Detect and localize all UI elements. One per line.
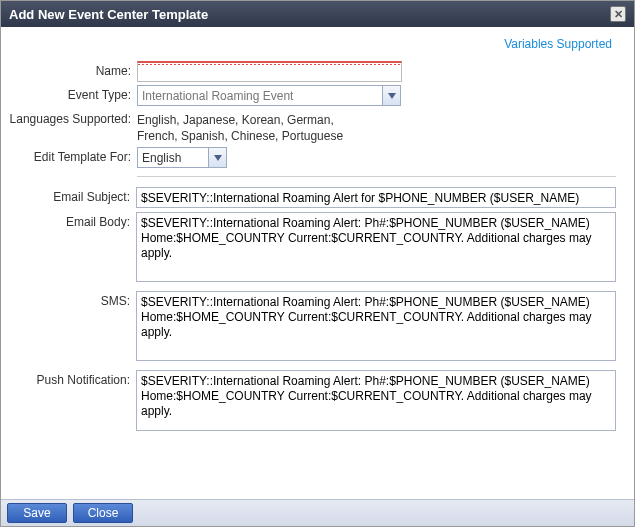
row-email-body: Email Body: xyxy=(5,212,616,285)
sms-textarea[interactable] xyxy=(136,291,616,361)
close-button[interactable]: Close xyxy=(73,503,133,523)
label-edit-template: Edit Template For: xyxy=(5,147,135,164)
svg-marker-0 xyxy=(388,93,396,99)
chevron-down-icon[interactable] xyxy=(382,86,400,105)
label-push: Push Notification: xyxy=(5,370,134,387)
edit-template-select[interactable] xyxy=(137,147,227,168)
email-subject-input[interactable] xyxy=(136,187,616,208)
save-button[interactable]: Save xyxy=(7,503,67,523)
label-sms: SMS: xyxy=(5,291,134,308)
edit-template-value[interactable] xyxy=(138,148,208,167)
push-textarea[interactable] xyxy=(136,370,616,431)
email-body-textarea[interactable] xyxy=(136,212,616,282)
languages-value: English, Japanese, Korean, German, Frenc… xyxy=(135,109,365,144)
svg-marker-1 xyxy=(214,155,222,161)
divider xyxy=(137,176,616,177)
name-input[interactable] xyxy=(137,61,402,82)
row-sms: SMS: xyxy=(5,291,616,364)
close-icon[interactable]: ✕ xyxy=(610,6,626,22)
titlebar: Add New Event Center Template ✕ xyxy=(1,1,634,27)
row-edit-template: Edit Template For: xyxy=(5,147,616,168)
event-type-value[interactable] xyxy=(138,86,382,105)
chevron-down-icon[interactable] xyxy=(208,148,226,167)
row-languages: Languages Supported: English, Japanese, … xyxy=(5,109,616,144)
row-push: Push Notification: xyxy=(5,370,616,434)
dialog-footer: Save Close xyxy=(1,499,634,526)
label-email-subject: Email Subject: xyxy=(5,187,134,204)
dialog-title: Add New Event Center Template xyxy=(9,7,208,22)
label-email-body: Email Body: xyxy=(5,212,134,229)
dialog-add-event-template: Add New Event Center Template ✕ Variable… xyxy=(0,0,635,527)
row-name: Name: xyxy=(5,61,616,82)
variables-supported-link[interactable]: Variables Supported xyxy=(504,37,612,51)
label-name: Name: xyxy=(5,61,135,78)
dialog-body: Variables Supported Name: Event Type: xyxy=(1,27,634,499)
label-event-type: Event Type: xyxy=(5,85,135,102)
label-languages: Languages Supported: xyxy=(5,109,135,126)
variables-link-row: Variables Supported xyxy=(5,35,616,61)
row-email-subject: Email Subject: xyxy=(5,187,616,208)
event-type-select[interactable] xyxy=(137,85,401,106)
row-event-type: Event Type: xyxy=(5,85,616,106)
